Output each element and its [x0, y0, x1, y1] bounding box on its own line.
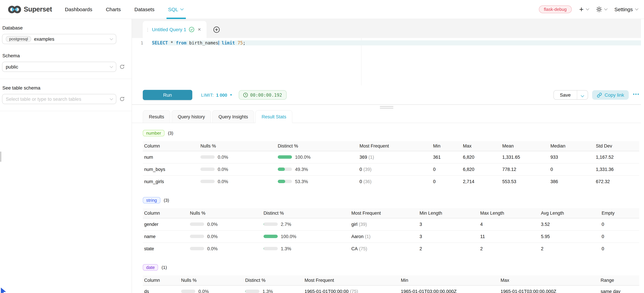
- cell-std-dev: 1,331.36: [596, 163, 639, 175]
- sql-code: SELECT * from birth_names limit 75;: [152, 40, 246, 46]
- nulls-pct: 0.0%: [198, 289, 209, 293]
- cell-range: same day: [600, 285, 639, 293]
- most-frequent-count: (1): [365, 234, 370, 239]
- column-header: Min: [401, 275, 500, 285]
- tab-query-history[interactable]: Query history: [172, 110, 211, 123]
- sql-editor[interactable]: 1 SELECT * from birth_names limit 75;: [132, 38, 641, 86]
- nav-charts[interactable]: Charts: [106, 0, 121, 19]
- plus-circle-icon: [213, 26, 220, 33]
- column-header: Max: [500, 275, 600, 285]
- tab-result-stats[interactable]: Result Stats: [256, 110, 292, 123]
- sidebar-divider: [0, 111, 132, 111]
- settings-menu[interactable]: Settings: [614, 6, 638, 12]
- cell-min-length: 3: [420, 218, 480, 230]
- table-row: state 0.0% 1.3% CA(75) 2 2 2 0: [143, 242, 639, 255]
- number-stats-table: Column Nulls % Distinct % Most Frequent …: [143, 141, 639, 188]
- cell-median: 933: [550, 151, 596, 163]
- theme-toggle-button[interactable]: [596, 6, 607, 12]
- chevron-down-icon: [110, 97, 113, 100]
- environment-badge: flask-debug: [539, 6, 572, 13]
- cell-column-name: state: [143, 242, 190, 255]
- new-item-button[interactable]: +: [579, 6, 589, 13]
- sql-number: 75: [235, 40, 243, 45]
- column-header: Nulls %: [181, 275, 245, 285]
- most-frequent-count: (39): [359, 222, 367, 227]
- cell-max-length: 2: [480, 242, 541, 255]
- cell-mean: 778.12: [502, 163, 550, 175]
- nav-datasets[interactable]: Datasets: [134, 0, 154, 19]
- nav-dashboards[interactable]: Dashboards: [65, 0, 92, 19]
- navbar-right: flask-debug + Settings: [539, 6, 638, 13]
- save-button[interactable]: Save: [554, 90, 577, 99]
- sql-keyword: from: [176, 40, 186, 45]
- resize-handle[interactable]: [380, 106, 393, 108]
- cell-min: 361: [433, 151, 463, 163]
- query-timer: 00:00:00.192: [238, 90, 286, 100]
- save-split-button: Save: [554, 90, 588, 100]
- database-label: Database: [2, 25, 130, 30]
- cell-mean: 1,331.65: [502, 151, 550, 163]
- cell-column-name: num: [143, 151, 200, 163]
- chevron-down-icon: [110, 37, 113, 40]
- column-header: Column: [143, 275, 181, 285]
- number-section-header: number (3): [143, 130, 641, 136]
- cell-median: 0: [550, 163, 596, 175]
- distinct-pct: 100.0%: [281, 234, 296, 239]
- column-header: Nulls %: [200, 141, 278, 151]
- date-stats-table: Column Nulls % Distinct % Most Frequent …: [143, 275, 639, 293]
- nulls-bar: 0.0%: [190, 246, 264, 251]
- limit-dropdown[interactable]: LIMIT: 1 000 ▼: [201, 92, 232, 98]
- pane-divider-grip[interactable]: [0, 152, 1, 162]
- column-header: Most Frequent: [351, 208, 420, 218]
- column-header: Column: [143, 141, 200, 151]
- refresh-tables-button[interactable]: [119, 96, 125, 102]
- column-header: Median: [550, 141, 596, 151]
- cell-empty: 0: [602, 242, 639, 255]
- sql-text: *: [168, 40, 176, 45]
- distinct-pct: 100.0%: [295, 154, 311, 160]
- run-button[interactable]: Run: [143, 90, 192, 100]
- chevron-down-icon: [586, 7, 589, 10]
- tab-query-insights[interactable]: Query Insights: [212, 110, 254, 123]
- cell-empty: 0: [602, 218, 639, 230]
- most-frequent-value: CA: [351, 246, 358, 251]
- limit-label: LIMIT:: [201, 92, 214, 98]
- close-tab-icon[interactable]: ×: [198, 27, 201, 32]
- cell-avg-length: 3.52: [541, 218, 602, 230]
- column-header: Distinct %: [264, 208, 351, 218]
- column-header: Range: [600, 275, 639, 285]
- schema-select[interactable]: public: [2, 62, 116, 72]
- link-icon: [597, 92, 602, 98]
- cell-max-length: 4: [480, 218, 541, 230]
- nulls-bar: 0.0%: [200, 167, 278, 172]
- timer-value: 00:00:00.192: [250, 92, 282, 98]
- save-options-button[interactable]: [577, 90, 588, 99]
- tab-results[interactable]: Results: [143, 110, 170, 123]
- copy-link-button[interactable]: Copy link: [592, 90, 629, 100]
- refresh-schemas-button[interactable]: [119, 64, 125, 70]
- refresh-icon: [119, 64, 125, 70]
- table-row: name 0.0% 100.0% Aaron(1) 3 11 5.95 0: [143, 230, 639, 242]
- most-frequent-count: (1): [368, 154, 374, 160]
- query-tab[interactable]: ⋮ Untitled Query 1 ×: [143, 21, 206, 38]
- more-actions-button[interactable]: •••: [633, 92, 641, 98]
- nulls-pct: 0.0%: [207, 234, 218, 239]
- drag-handle-icon[interactable]: ⋮: [146, 27, 149, 32]
- superset-logo[interactable]: Superset: [8, 5, 52, 14]
- nav-sql[interactable]: SQL: [168, 0, 183, 19]
- database-select[interactable]: postgresql examples: [2, 34, 116, 44]
- sidebar: Database postgresql examples Schema publ…: [0, 19, 132, 293]
- new-query-tab-button[interactable]: [208, 21, 224, 38]
- table-header-row: Column Nulls % Distinct % Most Frequent …: [143, 208, 639, 218]
- table-select[interactable]: Select table or type to search tables: [2, 94, 116, 104]
- main-nav: Dashboards Charts Datasets SQL: [65, 0, 183, 19]
- database-engine-tag: postgresql: [6, 36, 31, 42]
- cell-std-dev: 1,167.52: [596, 151, 639, 163]
- distinct-bar: 49.3%: [278, 167, 360, 172]
- cell-median: 386: [550, 175, 596, 188]
- most-frequent-count: (75): [350, 289, 358, 293]
- sql-keyword: SELECT: [152, 40, 168, 45]
- sidebar-divider: [0, 79, 132, 79]
- column-header: Column: [143, 208, 190, 218]
- column-header: Most Frequent: [304, 275, 401, 285]
